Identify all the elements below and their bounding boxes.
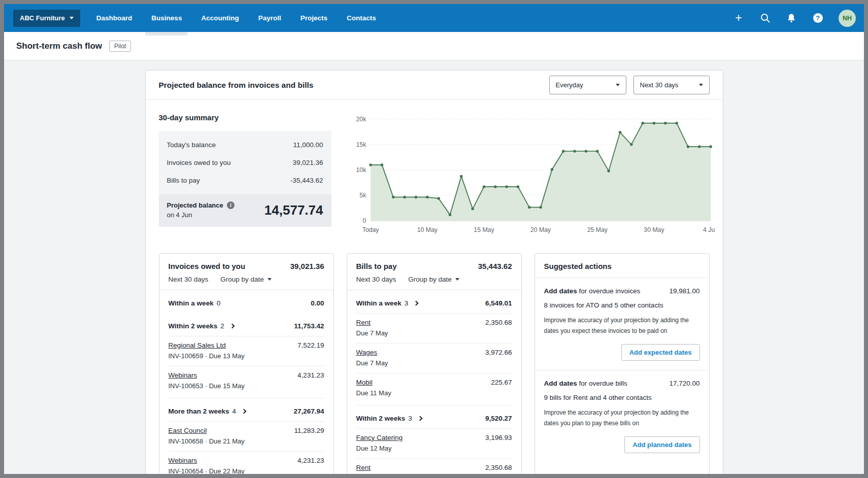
invoices-panel-total: 39,021.36 <box>290 262 324 270</box>
bill-detail: Due 7 May <box>356 359 512 367</box>
action-subtitle: 9 bills for Rent and 4 other contacts <box>544 394 700 401</box>
bills-panel-header: Bills to pay 35,443.62 Next 30 days Grou… <box>347 254 521 290</box>
add-new-icon[interactable]: + <box>733 13 744 24</box>
invoice-contact-link[interactable]: Webinars <box>169 457 197 464</box>
nav-tab-projects[interactable]: Projects <box>299 4 328 32</box>
bill-row: Mobil 225.67 Due 11 May <box>356 373 512 403</box>
nav-tab-payroll[interactable]: Payroll <box>257 4 282 32</box>
invoice-row: Regional Sales Ltd 7,522.19 INV-100659 ·… <box>169 336 324 366</box>
svg-text:4 Jun: 4 Jun <box>703 226 715 233</box>
action-title-rest: for overdue bills <box>577 380 627 387</box>
section-header[interactable]: Within a week 3 6,549.01 <box>356 290 512 313</box>
date-range-dropdown-value: Next 30 days <box>640 81 679 89</box>
action-title-bold: Add dates <box>544 287 577 295</box>
suggested-actions-title: Suggested actions <box>535 254 709 278</box>
action-amount: 19,981.00 <box>669 287 699 295</box>
invoices-panel-header: Invoices owed to you 39,021.36 Next 30 d… <box>159 254 333 290</box>
svg-text:15 May: 15 May <box>474 226 494 233</box>
projected-balance-value: 14,577.74 <box>264 202 323 218</box>
bills-section-within-a-week: Within a week 3 6,549.01 Rent 2,350.68 <box>356 290 512 405</box>
search-icon[interactable] <box>759 13 771 24</box>
user-avatar[interactable]: NH <box>839 10 856 27</box>
top-navigation-bar: ABC Furniture Dashboard Business Account… <box>4 4 864 32</box>
bill-contact-link[interactable]: Wages <box>356 349 378 356</box>
chevron-right-icon <box>414 300 419 305</box>
invoices-section-more-than-2-weeks: More than 2 weeks 4 27,267.94 East Counc… <box>169 398 324 474</box>
chevron-down-icon <box>699 84 703 86</box>
projected-balance-box: Projected balance i on 4 Jun 14,577.74 <box>159 194 331 227</box>
bills-panel-total: 35,443.62 <box>478 262 512 270</box>
app-window: ABC Furniture Dashboard Business Account… <box>4 4 864 474</box>
invoice-detail: INV-100659 · Due 13 May <box>169 352 324 360</box>
chevron-down-icon <box>616 84 620 86</box>
invoices-section-within-2-weeks: Within 2 weeks 2 11,753.42 Regional Sale… <box>169 313 324 398</box>
bill-amount: 225.67 <box>491 379 512 386</box>
action-title-rest: for overdue invoices <box>577 287 641 295</box>
date-range-dropdown[interactable]: Next 30 days <box>633 76 710 94</box>
invoice-row: East Council 11,283.29 INV-100658 · Due … <box>169 421 324 451</box>
bill-contact-link[interactable]: Rent <box>356 319 371 326</box>
cash-flow-chart-svg: 05k10k15k20kToday10 May15 May20 May25 Ma… <box>346 112 715 238</box>
page-header: Short-term cash flow Pilot <box>4 32 864 60</box>
summary-row-invoices-owed: Invoices owed to you 39,021.36 <box>167 154 323 172</box>
suggested-action-overdue-bills: Add dates for overdue bills 17,720.00 9 … <box>535 370 709 462</box>
summary-row-value: -35,443.62 <box>290 177 323 184</box>
projected-balance-label: Projected balance <box>167 201 223 209</box>
action-amount: 17,720.00 <box>669 380 699 387</box>
svg-text:25 May: 25 May <box>587 226 608 233</box>
bill-contact-link[interactable]: Fancy Catering <box>356 434 403 441</box>
svg-text:20 May: 20 May <box>530 226 551 233</box>
invoice-contact-link[interactable]: East Council <box>169 427 207 434</box>
chevron-right-icon <box>229 323 235 328</box>
svg-text:0: 0 <box>362 217 366 224</box>
section-header[interactable]: Within 2 weeks 3 9,520.27 <box>356 405 512 428</box>
invoices-section-within-a-week: Within a week 0 0.00 <box>169 290 324 313</box>
add-expected-dates-button[interactable]: Add expected dates <box>621 344 700 361</box>
bill-row: Rent 2,350.68 Due 14 May <box>356 458 512 474</box>
action-subtitle: 8 invoices for ATO and 5 other contacts <box>544 301 700 309</box>
section-header[interactable]: Within 2 weeks 2 11,753.42 <box>169 313 324 336</box>
bills-section-within-2-weeks: Within 2 weeks 3 9,520.27 Fancy Catering… <box>356 405 512 474</box>
bill-row: Fancy Catering 3,196.93 Due 12 May <box>356 428 512 458</box>
frequency-dropdown-value: Everyday <box>556 81 583 89</box>
bills-range-label: Next 30 days <box>356 276 396 283</box>
svg-text:5k: 5k <box>359 192 366 199</box>
invoice-contact-link[interactable]: Regional Sales Ltd <box>169 342 226 349</box>
bill-contact-link[interactable]: Rent <box>356 464 371 471</box>
summary-row-bills-to-pay: Bills to pay -35,443.62 <box>167 172 323 189</box>
page-content: Projected balance from invoices and bill… <box>4 60 864 474</box>
summary-row-label: Today's balance <box>167 141 216 149</box>
invoice-detail: INV-100658 · Due 21 May <box>169 437 324 445</box>
nav-utility-cluster: + ? NH <box>733 10 856 27</box>
action-title-bold: Add dates <box>544 380 577 387</box>
invoices-panel-title: Invoices owed to you <box>169 262 246 270</box>
org-name: ABC Furniture <box>20 14 65 22</box>
suggested-action-overdue-invoices: Add dates for overdue invoices 19,981.00… <box>535 278 709 370</box>
info-icon[interactable]: i <box>227 201 235 209</box>
frequency-dropdown[interactable]: Everyday <box>549 76 626 94</box>
nav-tab-accounting[interactable]: Accounting <box>200 4 240 32</box>
pilot-badge: Pilot <box>109 41 131 52</box>
bill-row: Wages 3,972.66 Due 7 May <box>356 343 512 373</box>
cash-flow-chart: 05k10k15k20kToday10 May15 May20 May25 Ma… <box>331 112 715 238</box>
chevron-down-icon <box>455 278 459 281</box>
bill-detail: Due 12 May <box>356 445 512 452</box>
svg-text:30 May: 30 May <box>644 226 664 233</box>
nav-tab-contacts[interactable]: Contacts <box>346 4 377 32</box>
suggested-actions-panel: Suggested actions Add dates for overdue … <box>535 253 710 474</box>
summary-box: Today's balance 11,000.00 Invoices owed … <box>159 131 331 194</box>
nav-tab-dashboard[interactable]: Dashboard <box>95 4 133 32</box>
nav-tab-business[interactable]: Business <box>150 4 183 32</box>
bill-detail: Due 7 May <box>356 329 512 337</box>
notifications-bell-icon[interactable] <box>786 13 797 24</box>
add-planned-dates-button[interactable]: Add planned dates <box>624 436 699 453</box>
main-nav-tabs: Dashboard Business Accounting Payroll Pr… <box>95 4 377 32</box>
bill-contact-link[interactable]: Mobil <box>356 379 373 386</box>
section-header[interactable]: More than 2 weeks 4 27,267.94 <box>169 398 324 421</box>
org-switcher-button[interactable]: ABC Furniture <box>13 10 80 27</box>
invoice-contact-link[interactable]: Webinars <box>169 371 197 379</box>
help-icon[interactable]: ? <box>812 13 823 24</box>
invoices-group-by-dropdown[interactable]: Group by date <box>220 276 272 283</box>
bills-group-by-dropdown[interactable]: Group by date <box>408 276 459 283</box>
invoice-detail: INV-100654 · Due 22 May <box>169 467 324 474</box>
